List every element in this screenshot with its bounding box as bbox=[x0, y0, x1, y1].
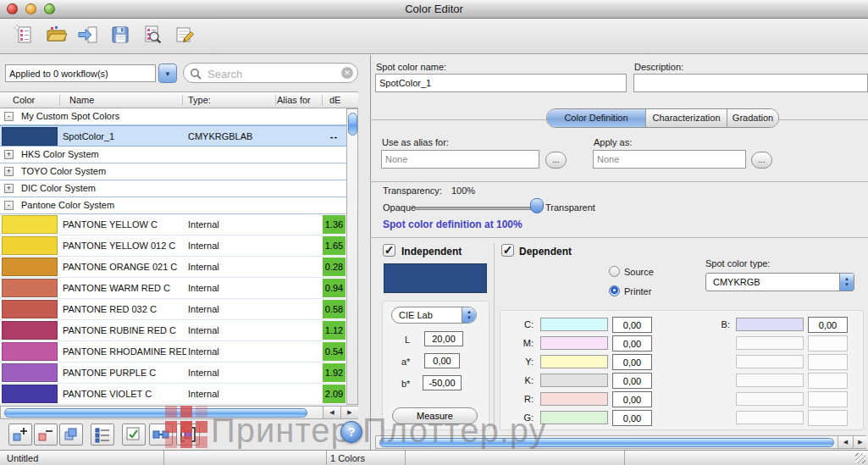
lab-l-input[interactable] bbox=[424, 331, 463, 346]
printer-radio-label[interactable]: Printer bbox=[624, 286, 651, 296]
table-row[interactable]: PANTONE WARM RED C Internal 0.94 bbox=[0, 278, 346, 299]
clear-search-icon[interactable]: ✕ bbox=[341, 67, 353, 79]
header-name[interactable]: Name bbox=[69, 95, 94, 105]
channel-g-input[interactable] bbox=[612, 410, 652, 426]
lab-a-input[interactable] bbox=[424, 353, 460, 368]
resize-grip[interactable] bbox=[855, 453, 865, 463]
main-toolbar bbox=[0, 19, 868, 54]
save-button[interactable] bbox=[108, 22, 133, 49]
header-type[interactable]: Type: bbox=[188, 95, 211, 105]
status-bar: Untitled 1 Colors bbox=[0, 450, 868, 465]
workflow-dropdown-button[interactable]: ▼ bbox=[158, 64, 177, 83]
search-input[interactable] bbox=[206, 65, 336, 82]
source-radio[interactable] bbox=[609, 266, 620, 277]
details-view-button[interactable] bbox=[91, 423, 114, 446]
expand-icon[interactable]: + bbox=[4, 150, 14, 159]
remove-color-button[interactable] bbox=[34, 423, 58, 446]
transparency-slider[interactable] bbox=[415, 207, 543, 210]
lab-b-input[interactable] bbox=[423, 375, 462, 390]
table-group-row[interactable]: + HKS Color System bbox=[0, 147, 346, 163]
search-field[interactable]: ✕ bbox=[183, 63, 358, 83]
table-row[interactable]: PANTONE ORANGE 021 C Internal 0.28 bbox=[0, 257, 346, 278]
color-name: PANTONE YELLOW C bbox=[63, 219, 186, 230]
header-de[interactable]: dE bbox=[329, 95, 340, 105]
table-row[interactable]: PANTONE RUBINE RED C Internal 1.12 bbox=[0, 320, 346, 341]
table-row-selected[interactable]: SpotColor_1 CMYKRGBLAB -- bbox=[0, 125, 346, 147]
measure-button[interactable]: Measure bbox=[392, 407, 478, 424]
spot-color-type-dropdown[interactable]: CMYKRGB ▲▼ bbox=[705, 273, 854, 291]
table-vertical-scrollbar[interactable] bbox=[346, 108, 358, 405]
edit-document-button[interactable] bbox=[172, 22, 197, 49]
expand-icon[interactable]: + bbox=[4, 184, 14, 193]
table-row[interactable]: PANTONE RED 032 C Internal 0.58 bbox=[0, 299, 346, 320]
channel-m-input[interactable] bbox=[612, 335, 652, 352]
add-color-button[interactable] bbox=[8, 423, 32, 446]
collapse-icon[interactable]: - bbox=[4, 201, 14, 210]
table-group-row[interactable]: + DIC Color System bbox=[0, 180, 346, 197]
scroll-right-button[interactable]: ▶ bbox=[340, 407, 358, 418]
apply-as-input[interactable] bbox=[593, 150, 746, 169]
scroll-right-button[interactable]: ▶ bbox=[853, 436, 867, 448]
table-row[interactable]: PANTONE VIOLET C Internal 2.09 bbox=[0, 384, 346, 405]
table-row[interactable]: PANTONE YELLOW 012 C Internal 1.65 bbox=[0, 235, 346, 257]
printer-radio[interactable] bbox=[609, 285, 620, 296]
spot-color-type-label: Spot color type: bbox=[705, 258, 770, 268]
transparency-slider-thumb[interactable] bbox=[530, 198, 544, 213]
table-row[interactable]: PANTONE PURPLE C Internal 1.92 bbox=[0, 363, 346, 384]
bracket-swatch-button[interactable] bbox=[176, 423, 200, 446]
scroll-left-button[interactable]: ◀ bbox=[323, 407, 340, 418]
horizontal-scrollbar-thumb[interactable] bbox=[379, 438, 834, 447]
detail-horizontal-scrollbar[interactable]: ◀ ▶ bbox=[375, 435, 866, 449]
colorspace-dropdown[interactable]: CIE Lab ▲▼ bbox=[391, 307, 477, 324]
tab-characterization[interactable]: Characterization bbox=[646, 109, 727, 127]
stepper-icon: ▲▼ bbox=[462, 307, 476, 323]
tab-gradation[interactable]: Gradation bbox=[727, 109, 778, 127]
source-radio-label[interactable]: Source bbox=[624, 267, 654, 277]
expand-icon[interactable]: + bbox=[4, 167, 14, 176]
new-color-list-button[interactable] bbox=[11, 22, 36, 49]
table-row[interactable]: PANTONE RHODAMINE RED C Internal 0.54 bbox=[0, 341, 346, 363]
spot-color-name-input[interactable] bbox=[375, 74, 627, 92]
tab-color-definition[interactable]: Color Definition bbox=[547, 109, 646, 127]
channel-y-label: Y: bbox=[511, 357, 534, 367]
independent-checkbox[interactable]: ✓ bbox=[383, 244, 395, 257]
import-button[interactable] bbox=[75, 22, 101, 49]
channel-y-input[interactable] bbox=[612, 354, 652, 370]
alias-browse-button[interactable]: ... bbox=[545, 152, 567, 169]
search-preview-button[interactable] bbox=[140, 22, 165, 49]
title-bar: Color Editor bbox=[0, 0, 868, 19]
channel-empty-swatch bbox=[736, 392, 804, 406]
channel-b-input[interactable] bbox=[808, 317, 848, 333]
de-badge: 1.36 bbox=[323, 215, 346, 234]
channel-k-input[interactable] bbox=[612, 373, 652, 389]
alias-input[interactable] bbox=[381, 150, 539, 169]
workflow-filter-input[interactable] bbox=[5, 64, 156, 82]
table-horizontal-scrollbar[interactable]: ◀ ▶ bbox=[0, 406, 358, 419]
search-icon bbox=[190, 68, 202, 80]
duplicate-color-button[interactable] bbox=[59, 423, 83, 446]
channel-c-input[interactable] bbox=[612, 317, 652, 333]
scroll-left-button[interactable]: ◀ bbox=[838, 436, 853, 448]
vertical-scrollbar-thumb[interactable] bbox=[348, 113, 357, 136]
header-alias[interactable]: Alias for bbox=[277, 95, 311, 105]
description-input[interactable] bbox=[633, 74, 868, 92]
link-colors-button[interactable] bbox=[149, 423, 173, 446]
table-group-row[interactable]: - My Custom Spot Colors bbox=[0, 108, 346, 125]
color-type: Internal bbox=[188, 389, 219, 399]
header-color[interactable]: Color bbox=[13, 95, 35, 105]
description-label: Description: bbox=[634, 62, 683, 72]
collapse-icon[interactable]: - bbox=[4, 112, 14, 121]
table-row[interactable]: PANTONE YELLOW C Internal 1.36 bbox=[0, 214, 346, 235]
apply-as-browse-button[interactable]: ... bbox=[751, 152, 772, 169]
table-group-row[interactable]: + TOYO Color System bbox=[0, 163, 346, 180]
channel-r-input[interactable] bbox=[612, 391, 652, 407]
horizontal-scrollbar-thumb[interactable] bbox=[4, 408, 307, 418]
table-group-row[interactable]: - Pantone Color System bbox=[0, 197, 346, 214]
open-button[interactable] bbox=[44, 22, 69, 49]
apply-check-button[interactable] bbox=[122, 423, 146, 446]
help-button[interactable]: ? bbox=[340, 421, 362, 443]
color-type: Internal bbox=[188, 283, 219, 293]
dependent-checkbox[interactable]: ✓ bbox=[501, 244, 514, 257]
transparency-label: Transparency: bbox=[383, 185, 442, 196]
color-type: Internal bbox=[188, 219, 219, 230]
